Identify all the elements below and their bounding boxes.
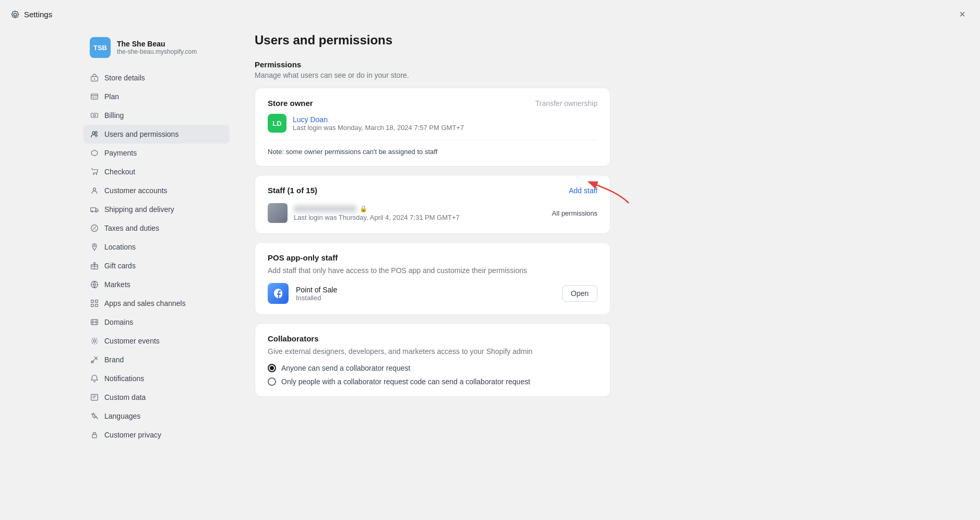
checkout-icon <box>90 167 99 176</box>
svg-point-0 <box>14 13 16 16</box>
gift-cards-icon <box>90 261 99 270</box>
pos-row: Point of Sale Installed Open <box>268 283 597 304</box>
taxes-icon <box>90 223 99 233</box>
owner-avatar: LD <box>268 114 286 133</box>
sidebar-label-custom-data: Custom data <box>104 393 146 401</box>
customer-accounts-icon <box>90 186 99 195</box>
store-owner-card-title: Store owner <box>268 99 313 108</box>
sidebar-item-customer-events[interactable]: Customer events <box>83 332 230 350</box>
settings-title: Settings <box>24 10 52 19</box>
sidebar-label-notifications: Notifications <box>104 374 144 383</box>
sidebar-item-locations[interactable]: Locations <box>83 238 230 256</box>
sidebar-item-domains[interactable]: Domains <box>83 313 230 332</box>
sidebar-item-brand[interactable]: Brand <box>83 350 230 369</box>
permissions-section-title: Permissions <box>255 60 611 69</box>
svg-rect-3 <box>91 94 98 99</box>
domains-icon <box>90 317 99 327</box>
add-staff-link[interactable]: Add staff <box>569 186 597 195</box>
sidebar-label-users: Users and permissions <box>104 130 178 138</box>
svg-point-10 <box>93 188 96 191</box>
sidebar-item-taxes[interactable]: Taxes and duties <box>83 219 230 238</box>
radio-code-only[interactable]: Only people with a collaborator request … <box>268 377 597 386</box>
sidebar-label-brand: Brand <box>104 356 124 364</box>
svg-point-6 <box>92 132 95 134</box>
top-bar-left: Settings <box>10 10 52 19</box>
shipping-icon <box>90 205 99 214</box>
main-content: Users and permissions Permissions Manage… <box>230 29 611 444</box>
radio-code-only-circle <box>268 377 276 386</box>
page-title: Users and permissions <box>255 33 611 48</box>
transfer-ownership-link[interactable]: Transfer ownership <box>535 99 597 108</box>
sidebar-item-customer-accounts[interactable]: Customer accounts <box>83 181 230 200</box>
top-bar: Settings × <box>0 0 980 29</box>
markets-icon <box>90 280 99 289</box>
sidebar-item-plan[interactable]: Plan <box>83 87 230 106</box>
radio-anyone[interactable]: Anyone can send a collaborator request <box>268 364 597 372</box>
collaborators-description: Give external designers, developers, and… <box>268 347 597 356</box>
sidebar-item-markets[interactable]: Markets <box>83 275 230 294</box>
owner-name[interactable]: Lucy Doan <box>293 115 464 124</box>
pos-open-button[interactable]: Open <box>562 285 597 302</box>
sidebar-label-checkout: Checkout <box>104 168 135 176</box>
add-staff-container: Add staff <box>569 186 597 195</box>
pos-card: POS app-only staff Add staff that only h… <box>255 242 611 315</box>
pos-app-status: Installed <box>296 294 555 302</box>
permissions-section-subtitle: Manage what users can see or do in your … <box>255 71 611 79</box>
main-layout: TSB The She Beau the-she-beau.myshopify.… <box>0 29 980 465</box>
close-button[interactable]: × <box>955 6 970 22</box>
svg-point-7 <box>95 132 97 134</box>
sidebar-item-custom-data[interactable]: Custom data <box>83 388 230 407</box>
store-avatar: TSB <box>90 37 111 58</box>
sidebar-label-customer-accounts: Customer accounts <box>104 186 168 195</box>
custom-data-icon <box>90 393 99 402</box>
store-info: The She Beau the-she-beau.myshopify.com <box>117 40 197 55</box>
radio-anyone-circle <box>268 364 276 372</box>
payments-icon <box>90 148 99 158</box>
pos-info: Point of Sale Installed <box>296 286 555 302</box>
sidebar-label-store-details: Store details <box>104 74 145 82</box>
radio-anyone-label: Anyone can send a collaborator request <box>281 364 411 372</box>
svg-point-2 <box>94 78 95 79</box>
sidebar-label-taxes: Taxes and duties <box>104 224 159 232</box>
users-icon <box>90 129 99 139</box>
svg-point-5 <box>93 114 95 116</box>
sidebar-label-customer-privacy: Customer privacy <box>104 431 161 439</box>
notifications-icon <box>90 374 99 383</box>
sidebar-label-markets: Markets <box>104 280 130 289</box>
sidebar-item-store-details[interactable]: Store details <box>83 68 230 87</box>
staff-card: Staff (1 of 15) Add staff <box>255 175 611 234</box>
languages-icon <box>90 411 99 421</box>
store-name: The She Beau <box>117 40 197 48</box>
owner-note: Note: some owner permissions can't be as… <box>268 140 597 156</box>
sidebar-item-users-permissions[interactable]: Users and permissions <box>83 125 230 144</box>
sidebar-item-gift-cards[interactable]: Gift cards <box>83 256 230 275</box>
sidebar-item-notifications[interactable]: Notifications <box>83 369 230 388</box>
plan-icon <box>90 92 99 101</box>
sidebar-label-languages: Languages <box>104 412 140 420</box>
sidebar-item-checkout[interactable]: Checkout <box>83 162 230 181</box>
sidebar-label-locations: Locations <box>104 243 136 251</box>
staff-name-blurred <box>294 205 356 212</box>
svg-rect-18 <box>95 300 98 303</box>
svg-rect-20 <box>95 304 98 307</box>
sidebar-item-billing[interactable]: Billing <box>83 106 230 125</box>
svg-point-22 <box>93 340 96 342</box>
pos-app-icon <box>268 283 289 304</box>
svg-rect-17 <box>91 300 94 303</box>
sidebar-item-languages[interactable]: Languages <box>83 407 230 426</box>
sidebar-item-shipping[interactable]: Shipping and delivery <box>83 200 230 219</box>
staff-lock-icon: 🔒 <box>360 205 367 212</box>
staff-details: 🔒 Last login was Thursday, April 4, 2024… <box>294 205 546 221</box>
staff-permissions: All permissions <box>552 209 597 217</box>
sidebar-item-apps[interactable]: Apps and sales channels <box>83 294 230 313</box>
sidebar-item-customer-privacy[interactable]: Customer privacy <box>83 426 230 444</box>
sidebar-label-payments: Payments <box>104 149 137 157</box>
sidebar-item-payments[interactable]: Payments <box>83 144 230 162</box>
radio-code-only-label: Only people with a collaborator request … <box>281 377 530 386</box>
store-header[interactable]: TSB The She Beau the-she-beau.myshopify.… <box>83 29 230 68</box>
staff-avatar-img <box>268 203 288 223</box>
sidebar-label-domains: Domains <box>104 318 133 326</box>
pos-card-title: POS app-only staff <box>268 253 597 262</box>
sidebar-label-shipping: Shipping and delivery <box>104 205 174 214</box>
svg-point-14 <box>93 245 95 246</box>
